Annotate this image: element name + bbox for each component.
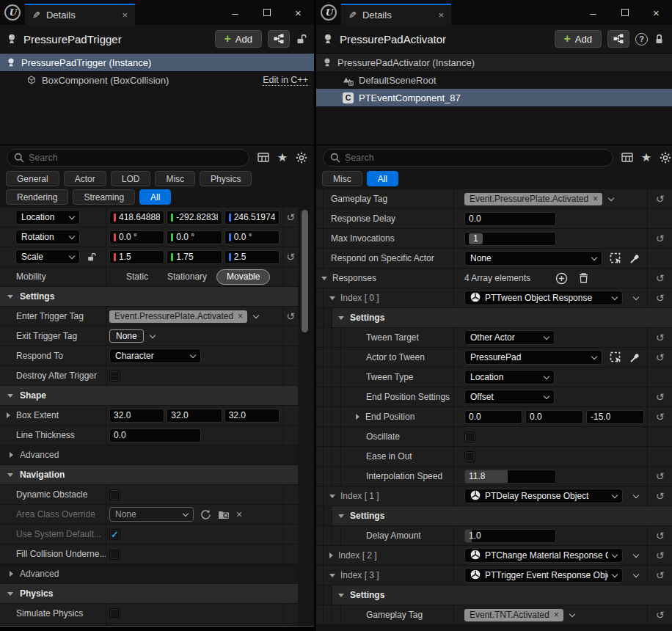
collapse-icon[interactable]: [321, 277, 327, 280]
revert-icon[interactable]: ↺: [656, 411, 665, 423]
display-options-icon[interactable]: [621, 152, 633, 163]
tween-target-dropdown[interactable]: Other Actor: [464, 330, 555, 345]
window-maximize-button[interactable]: [609, 0, 640, 25]
pick-actor-icon[interactable]: [610, 252, 622, 265]
revert-icon[interactable]: ↺: [286, 310, 295, 322]
end-position-y-field[interactable]: 0.0: [525, 410, 583, 424]
section-settings-0[interactable]: Settings: [316, 308, 672, 328]
expand-entry-chevron-icon[interactable]: [633, 551, 639, 557]
respond-to-dropdown[interactable]: Character: [109, 349, 201, 363]
chip-all[interactable]: All: [139, 189, 171, 205]
rotation-y-field[interactable]: 0.0 °: [167, 230, 222, 244]
oscillate-checkbox[interactable]: [464, 431, 475, 442]
gameplay-tag-chip[interactable]: Event.PressurePlate.Activated×: [464, 193, 602, 205]
revert-icon[interactable]: ↺: [656, 272, 665, 284]
expand-entry-chevron-icon[interactable]: [633, 492, 639, 497]
chip-lod[interactable]: LOD: [111, 171, 151, 186]
location-z-field[interactable]: 246.519745: [224, 211, 280, 225]
expand-icon[interactable]: [329, 552, 333, 558]
collapse-icon[interactable]: [329, 296, 335, 300]
section-physics[interactable]: Physics: [0, 584, 298, 604]
revert-icon[interactable]: ↺: [656, 292, 665, 304]
search-input[interactable]: [29, 153, 242, 163]
interpolation-speed-field[interactable]: 11.8: [464, 470, 556, 484]
tab-details[interactable]: ✎ Details ×: [341, 4, 451, 25]
ease-in-out-checkbox[interactable]: [464, 451, 475, 462]
scale-z-field[interactable]: 2.5: [224, 250, 280, 264]
response-class-dropdown[interactable]: PTChange Material Response Ob: [464, 548, 623, 563]
edit-blueprint-button[interactable]: [607, 30, 629, 48]
tree-item-actor-instance[interactable]: PressurePadTrigger (Instance): [0, 54, 314, 71]
revert-icon[interactable]: ↺: [656, 351, 665, 363]
chip-all[interactable]: All: [367, 171, 398, 186]
area-class-dropdown[interactable]: None: [109, 507, 194, 522]
chip-actor[interactable]: Actor: [64, 171, 106, 186]
section-settings[interactable]: Settings: [0, 287, 298, 307]
collapse-icon[interactable]: [329, 574, 335, 577]
lock-icon[interactable]: [654, 33, 665, 45]
use-system-default-checkbox[interactable]: ✓: [109, 529, 120, 540]
revert-icon[interactable]: ↺: [656, 193, 665, 205]
clear-icon[interactable]: ×: [236, 508, 242, 520]
chip-streaming[interactable]: Streaming: [73, 189, 135, 205]
pick-actor-icon[interactable]: [610, 351, 622, 364]
collapse-icon[interactable]: [329, 495, 335, 498]
settings-gear-icon[interactable]: [660, 152, 671, 164]
remove-tag-icon[interactable]: ×: [593, 194, 598, 204]
expand-entry-chevron-icon[interactable]: [633, 571, 639, 577]
chevron-down-icon[interactable]: [253, 312, 259, 318]
location-mode-dropdown[interactable]: Location: [15, 210, 80, 225]
window-maximize-button[interactable]: [251, 0, 282, 25]
expand-entry-chevron-icon[interactable]: [633, 293, 639, 299]
section-settings-1[interactable]: Settings: [316, 506, 672, 526]
tag-none-chip[interactable]: None: [109, 329, 144, 343]
favorites-icon[interactable]: ★: [641, 150, 651, 164]
actor-to-tween-dropdown[interactable]: PressurePad: [464, 350, 602, 365]
dynamic-obstacle-checkbox[interactable]: [109, 489, 120, 500]
tween-type-dropdown[interactable]: Location: [464, 370, 555, 384]
section-settings-3[interactable]: Settings: [316, 586, 672, 605]
location-x-field[interactable]: 418.648886: [109, 211, 164, 225]
add-element-icon[interactable]: [555, 272, 568, 285]
end-position-x-field[interactable]: 0.0: [464, 410, 522, 424]
delay-amount-field[interactable]: 1.0: [464, 529, 556, 543]
window-close-button[interactable]: ×: [282, 0, 314, 25]
line-thickness-field[interactable]: 0.0: [109, 428, 201, 442]
tab-close-icon[interactable]: ×: [438, 10, 444, 21]
remove-tag-icon[interactable]: ×: [554, 610, 559, 620]
box-extent-y-field[interactable]: 32.0: [167, 409, 222, 423]
chip-general[interactable]: General: [6, 171, 59, 186]
edit-blueprint-button[interactable]: [268, 30, 290, 48]
end-position-settings-dropdown[interactable]: Offset: [464, 390, 555, 404]
expand-icon[interactable]: [7, 412, 10, 418]
unlock-icon[interactable]: [296, 33, 307, 45]
tree-item-box-component[interactable]: BoxComponent (BoxCollision) Edit in C++: [0, 71, 314, 89]
tab-details[interactable]: ✎ Details ×: [25, 4, 135, 25]
clear-array-icon[interactable]: [578, 272, 589, 284]
section-shape[interactable]: Shape: [0, 386, 298, 406]
revert-icon[interactable]: ↺: [286, 211, 295, 223]
tree-item-default-scene-root[interactable]: C DefaultSceneRoot: [316, 71, 672, 89]
search-input[interactable]: [345, 153, 606, 163]
help-icon[interactable]: ?: [635, 33, 648, 45]
section-navigation[interactable]: Navigation: [0, 465, 298, 485]
chip-physics[interactable]: Physics: [200, 171, 252, 186]
window-minimize-button[interactable]: –: [577, 0, 609, 25]
specific-actor-dropdown[interactable]: None: [464, 251, 602, 266]
scale-mode-dropdown[interactable]: Scale: [15, 249, 80, 264]
revert-icon[interactable]: ↺: [656, 332, 665, 343]
rotation-mode-dropdown[interactable]: Rotation: [15, 230, 80, 244]
response-class-dropdown[interactable]: PTTween Object Response: [464, 291, 623, 305]
mobility-stationary[interactable]: Stationary: [158, 271, 216, 282]
location-y-field[interactable]: -292.828385: [167, 211, 222, 225]
revert-icon[interactable]: ↺: [656, 490, 665, 502]
box-extent-z-field[interactable]: 32.0: [224, 409, 280, 423]
tree-item-pt-event-component[interactable]: C PTEventComponent_87: [316, 89, 672, 106]
chip-misc[interactable]: Misc: [322, 171, 362, 186]
remove-tag-icon[interactable]: ×: [238, 311, 243, 321]
scale-x-field[interactable]: 1.5: [109, 250, 164, 264]
tab-close-icon[interactable]: ×: [122, 10, 128, 21]
revert-icon[interactable]: ↺: [656, 550, 665, 561]
mobility-static[interactable]: Static: [117, 271, 158, 282]
fill-collision-checkbox[interactable]: [109, 549, 120, 560]
